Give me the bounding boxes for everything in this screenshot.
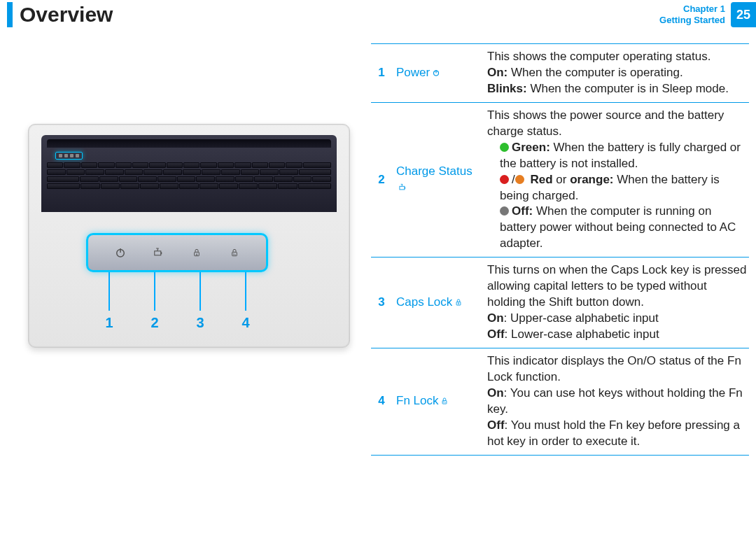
table-row: 2 Charge Status This shows the power sou…	[371, 102, 749, 257]
header-chapter-box: Chapter 1 Getting Started 25	[659, 0, 756, 29]
led-charge-icon	[150, 245, 166, 260]
callout-4: 4	[241, 315, 249, 331]
table-row: 4 Fn LockFn This indicator displays the …	[371, 348, 749, 455]
row-number: 1	[371, 44, 392, 103]
callout-2: 2	[150, 315, 158, 331]
keyboard-top-view	[41, 135, 337, 212]
svg-rect-3	[161, 252, 162, 254]
red-dot-icon	[500, 175, 509, 184]
row-desc: This shows the power source and the batt…	[483, 102, 749, 257]
chapter-label: Chapter 1	[659, 3, 725, 15]
led-strip-highlight	[55, 152, 83, 160]
table-row: 1 Power This shows the computer operatin…	[371, 44, 749, 103]
capslock-icon: A	[454, 297, 463, 307]
row-name: Fn LockFn	[392, 348, 483, 455]
row-desc: This indicator displays the On/O status …	[483, 348, 749, 455]
keyboard-keys	[47, 162, 331, 189]
page-number-badge: 25	[731, 2, 756, 27]
illustration-area: A Fn 1 2 3 4	[21, 43, 357, 456]
svg-text:A: A	[195, 253, 197, 256]
row-desc: This turns on when the Caps Lock key is …	[483, 258, 749, 348]
content-area: A Fn 1 2 3 4	[0, 29, 756, 456]
row-name: Power	[392, 44, 483, 103]
power-icon	[431, 68, 441, 78]
led-zoom-panel: A Fn 1 2 3 4	[86, 233, 268, 331]
row-number: 3	[371, 258, 392, 348]
callout-3: 3	[196, 315, 204, 331]
chapter-label-group: Chapter 1 Getting Started	[659, 3, 725, 25]
laptop-hinge	[47, 139, 331, 148]
orange-dot-icon	[515, 175, 524, 184]
table-row: 3 Caps LockA This turns on when the Caps…	[371, 258, 749, 348]
green-dot-icon	[500, 143, 509, 152]
laptop-illustration: A Fn 1 2 3 4	[28, 124, 350, 348]
svg-rect-2	[155, 251, 161, 255]
charge-icon	[398, 183, 407, 192]
header-accent-bar	[7, 2, 13, 27]
svg-rect-10	[400, 186, 405, 190]
callout-1: 1	[105, 315, 113, 331]
row-number: 2	[371, 102, 392, 257]
led-power-icon	[113, 245, 128, 260]
page-header: Overview Chapter 1 Getting Started 25	[0, 0, 756, 29]
svg-text:A: A	[458, 302, 460, 305]
led-fnlock-icon: Fn	[227, 245, 242, 260]
section-label: Getting Started	[659, 15, 725, 26]
svg-text:Fn: Fn	[233, 253, 236, 256]
callout-numbers: 1 2 3 4	[86, 311, 268, 331]
fnlock-icon: Fn	[440, 396, 449, 406]
page-title: Overview	[20, 3, 659, 27]
indicator-table: 1 Power This shows the computer operatin…	[371, 43, 749, 456]
callout-pointer-lines	[86, 272, 268, 311]
row-number: 4	[371, 348, 392, 455]
gray-dot-icon	[500, 206, 509, 216]
row-desc: This shows the computer operating status…	[483, 44, 749, 103]
row-name: Charge Status	[392, 102, 483, 257]
row-name: Caps LockA	[392, 258, 483, 348]
led-capslock-icon: A	[189, 245, 204, 260]
svg-rect-11	[405, 187, 405, 188]
svg-text:Fn: Fn	[444, 401, 447, 404]
led-zoom-box: A Fn	[86, 233, 268, 272]
